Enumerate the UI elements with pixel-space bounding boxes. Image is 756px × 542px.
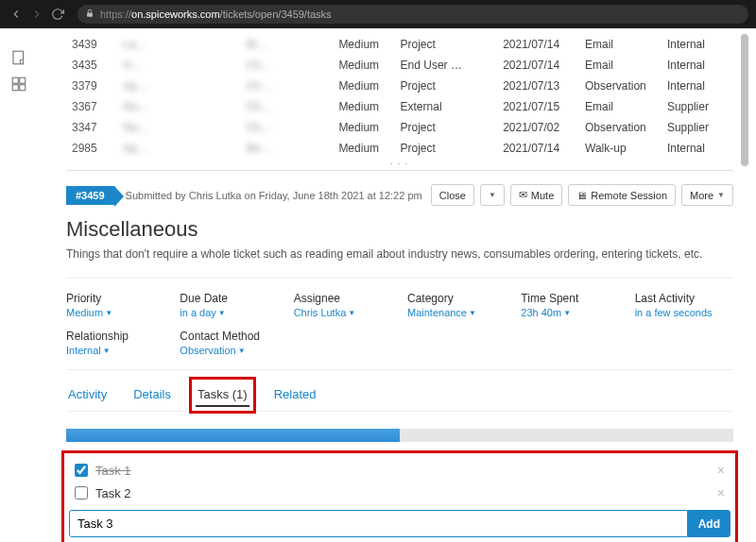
table-row[interactable]: 2985Ap…Be…MediumProject2021/07/14Walk-up… (66, 138, 733, 159)
field-category[interactable]: CategoryMaintenance▼ (407, 292, 506, 318)
add-task-button[interactable]: Add (688, 510, 730, 537)
mail-icon: ✉ (519, 189, 527, 201)
resize-handle[interactable]: • • • (66, 161, 733, 166)
submitted-text: Submitted by Chris Lutka on Friday, June… (126, 190, 422, 201)
task-checkbox[interactable] (75, 486, 88, 500)
task-checkbox[interactable] (75, 464, 88, 477)
forward-icon[interactable] (28, 6, 45, 23)
svg-rect-2 (12, 77, 18, 83)
field-contact-method[interactable]: Contact MethodObservation▼ (180, 330, 278, 356)
task-label: Task 2 (95, 486, 131, 500)
table-row[interactable]: 3367No…Ch…MediumExternal2021/07/15EmailS… (66, 96, 733, 117)
ticket-description: Things that don't require a whole ticket… (66, 247, 733, 261)
tabs: Activity Details Tasks (1) Related (66, 383, 733, 412)
monitor-icon: 🖥 (576, 190, 587, 201)
svg-rect-5 (20, 85, 26, 91)
more-button[interactable]: More▼ (681, 184, 733, 206)
field-last-activity: Last Activityin a few seconds (635, 292, 733, 318)
close-dropdown[interactable]: ▼ (480, 184, 505, 206)
field-assignee[interactable]: AssigneeChris Lutka▼ (294, 292, 392, 318)
field-time-spent[interactable]: Time Spent23h 40m▼ (521, 292, 619, 318)
field-relationship[interactable]: RelationshipInternal▼ (66, 330, 164, 356)
new-task-input[interactable] (69, 510, 688, 537)
back-icon[interactable] (8, 6, 25, 23)
table-row[interactable]: 3439La…Br…MediumProject2021/07/14EmailIn… (66, 34, 733, 55)
tab-activity[interactable]: Activity (66, 383, 109, 407)
tab-details[interactable]: Details (131, 383, 173, 407)
browser-bar: https://on.spiceworks.com/tickets/open/3… (0, 0, 756, 28)
ticket-title: Miscellaneous (66, 217, 733, 242)
task-row: Task 1× (67, 459, 732, 482)
grid-icon[interactable] (10, 76, 27, 93)
tab-tasks[interactable]: Tasks (1) (196, 383, 249, 407)
delete-task-icon[interactable]: × (717, 485, 725, 500)
ticket-id-tag: #3459 (66, 186, 114, 205)
tab-related[interactable]: Related (272, 383, 318, 407)
ticket-table: 3439La…Br…MediumProject2021/07/14EmailIn… (66, 34, 733, 159)
svg-rect-0 (87, 13, 93, 17)
svg-rect-4 (12, 85, 18, 91)
table-row[interactable]: 3435H…Ch…MediumEnd User …2021/07/14Email… (66, 55, 733, 76)
task-area: Task 1×Task 2× Add (66, 455, 733, 542)
scrollbar-thumb[interactable] (741, 34, 748, 166)
lock-icon (85, 8, 94, 20)
remote-session-button[interactable]: 🖥Remote Session (568, 184, 676, 206)
field-due-date[interactable]: Due Datein a day▼ (180, 292, 278, 318)
note-icon[interactable] (10, 49, 27, 66)
task-label: Task 1 (95, 464, 131, 478)
progress-bar (66, 429, 733, 442)
table-row[interactable]: 3347No…Ch…MediumProject2021/07/02Observa… (66, 117, 733, 138)
svg-rect-3 (20, 77, 26, 83)
url-bar[interactable]: https://on.spiceworks.com/tickets/open/3… (77, 5, 748, 24)
field-priority[interactable]: PriorityMedium▼ (66, 292, 164, 318)
reload-icon[interactable] (49, 6, 66, 23)
task-row: Task 2× (67, 482, 732, 504)
svg-rect-1 (13, 51, 24, 64)
close-button[interactable]: Close (431, 184, 474, 206)
delete-task-icon[interactable]: × (717, 463, 725, 478)
side-rail (0, 28, 38, 102)
url-text: https://on.spiceworks.com/tickets/open/3… (100, 8, 332, 20)
table-row[interactable]: 3379Ap…Ch…MediumProject2021/07/13Observa… (66, 76, 733, 96)
mute-button[interactable]: ✉Mute (510, 184, 562, 206)
